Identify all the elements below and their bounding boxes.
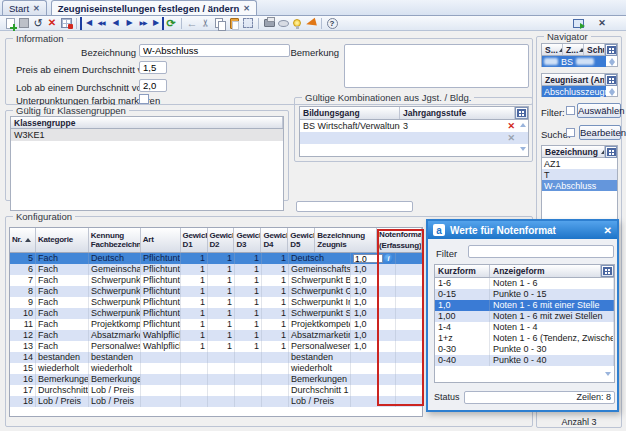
notenformat-cell[interactable] [351,396,396,407]
unlabeled-field[interactable] [296,201,413,212]
notenformat-cell[interactable]: 1,0 [351,264,396,275]
schule-column-header[interactable]: Schule [584,44,605,55]
nav-prev-icon[interactable]: ◀ [108,17,122,30]
bezeichnung-zeugnis-column-header[interactable]: BezeichnungZeugnis [315,228,377,252]
kennung-column-header[interactable]: KennungFachbezeichnung [89,228,141,252]
popup-filter-input[interactable] [468,245,614,258]
table-row[interactable]: 12 Fach Absatzmarketi... Wahlpflich... 1… [10,330,422,341]
table-row[interactable]: 18 Lob / Preis Lob / Preis Lob / Preis [10,396,422,407]
table-row[interactable]: 10 Fach Schwerpunkt ... Pflichtunt 1 1 1… [10,308,422,319]
delete-row-icon[interactable]: ✕ [505,121,517,131]
unterpunktungen-checkbox[interactable] [139,94,149,104]
kurzform-column-header[interactable]: Kurzform [435,265,490,277]
scroll-down-control[interactable] [517,144,528,156]
save-icon[interactable] [17,17,31,30]
notenformat-value[interactable]: 1,0 [353,264,368,275]
close-pane-icon[interactable]: ✕ [595,17,609,30]
notenformat-row[interactable]: 1,00 Noten 1 - 6 mit zwei Stellen [435,311,614,322]
notenformat-column-header[interactable]: Notenformat(Erfassung) [377,228,422,252]
notenformat-value[interactable]: 1,0 [353,319,368,330]
bezeichnung-row[interactable]: T [542,169,617,180]
dialog-close-icon[interactable]: ✕ [604,225,612,236]
notenformat-cell[interactable]: 1,0 [351,275,396,286]
table-row[interactable]: 5 Fach Deutsch Pflichtunt 1 1 1 1 Deutsc… [10,253,422,264]
notenformat-row[interactable]: 1,0 Noten 1 - 6 mit einer Stelle [435,300,614,311]
notenformat-cell[interactable]: 1,0 [351,330,396,341]
notenformat-cell[interactable] [351,374,396,385]
notenformat-row[interactable]: 0-15 Punkte 0 - 15 [435,289,614,300]
megaphone-icon[interactable] [304,17,318,30]
table-settings-button[interactable] [601,265,614,277]
kombination-empty-row[interactable]: ✕ [300,132,528,144]
bemerkung-textarea[interactable] [344,44,529,88]
notenformat-value[interactable]: 1,0 [353,254,383,263]
notenformat-value[interactable]: 1,0 [353,286,368,297]
notenformat-row[interactable]: 0-40 Punkte 0 - 40 [435,355,614,366]
lob-input[interactable] [139,79,167,92]
refresh-icon[interactable]: ⟳ [164,17,178,30]
notenformat-cell[interactable]: 1,0 [351,297,396,308]
info-icon[interactable]: i [384,254,393,263]
bildungsgang-column-header[interactable]: Bildungsgang [300,107,400,119]
tab-zeugniseinstellungen[interactable]: Zeugniseinstellungen festlegen / ändern … [51,0,257,15]
nav-last-icon[interactable]: ▶ [150,17,164,30]
bezeichnung-row[interactable]: AZ1 [542,158,617,169]
notenformat-cell[interactable]: 1,0 [351,341,396,352]
filter-checkbox[interactable] [566,106,575,115]
table-row[interactable]: 8 Fach Schwerpunkt ... Pflichtunt 1 1 1 … [10,286,422,297]
notenformat-row[interactable]: 0-30 Punkte 0 - 30 [435,344,614,355]
tab-close-icon[interactable]: ✕ [243,4,250,13]
tab-start[interactable]: Start ✕ [2,0,47,15]
detach-window-icon[interactable] [571,17,585,30]
table-row[interactable]: 15 wiederholt wiederholt wiederholt [10,363,422,374]
new-record-icon[interactable] [3,17,17,30]
table-row[interactable]: 11 Fach Projektkompet... Pflichtunt 1 1 … [10,319,422,330]
select-range-icon[interactable] [241,17,255,30]
nav-next-icon[interactable]: ▶ [122,17,136,30]
table-settings-button[interactable] [515,107,528,119]
notenformat-cell[interactable]: 1,0 [351,308,396,319]
gewicht-d3-column-header[interactable]: GewichtD3 [234,228,261,252]
school-sort2-column-header[interactable]: Z...2 [563,44,584,55]
notenformat-value[interactable]: 1,0 [353,275,368,286]
preis-input[interactable] [139,61,167,74]
table-row[interactable]: 9 Fach Schwerpunkt I... Pflichtunt 1 1 1… [10,297,422,308]
bezeichnung-row[interactable]: W-Abschluss [542,180,617,191]
gewicht-d5-column-header[interactable]: GewichtD5 [288,228,315,252]
notenformat-value[interactable]: 1,0 [353,341,368,352]
nav-fast-next-icon[interactable]: ▶▶ [136,17,150,30]
notenformat-cell[interactable] [351,363,396,374]
table-row[interactable]: 17 Durchschnitt 1 Lob / Preis Durchschni… [10,385,422,396]
table-settings-button[interactable] [605,74,617,86]
zeugnisart-row[interactable]: Abschlusszeugnis [542,86,606,97]
list-scrollbar[interactable] [602,370,613,380]
hint-bulb-icon[interactable] [290,17,304,30]
back-arrow-icon[interactable]: ← [185,17,199,30]
delete-record-icon[interactable]: ✕ [45,17,59,30]
gewicht-d1-column-header[interactable]: GewichtD1 [181,228,208,252]
suche-checkbox[interactable] [566,128,575,137]
kombination-row[interactable]: BS Wirtschaft/Verwaltung 3 ✕ [300,120,528,132]
help-icon[interactable]: ? [325,17,339,30]
art-column-header[interactable]: Art [141,228,181,252]
gewicht-d2-column-header[interactable]: GewichtD2 [208,228,235,252]
nav-fast-prev-icon[interactable]: ◀◀ [94,17,108,30]
klassengruppe-row[interactable]: W3KE1 [11,129,283,141]
dialog-titlebar[interactable]: a Werte für Notenformat ✕ [428,221,617,239]
copy-icon[interactable] [213,17,227,30]
notenformat-row[interactable]: 1-4 Noten 1 - 4 [435,322,614,333]
bezeichnung-column-header[interactable]: Bezeichnung [542,146,605,157]
cut-icon[interactable]: ✂ [199,17,213,30]
print-icon[interactable] [262,17,276,30]
notenformat-cell[interactable]: 1,0 [351,286,396,297]
notenformat-cell[interactable]: 1,0 [351,319,396,330]
table-row[interactable]: 16 Bemerkungen Bemerkungen Bemerkungen [10,374,422,385]
kategorie-column-header[interactable]: Kategorie [36,228,89,252]
notenformat-cell[interactable] [351,352,396,363]
jahrgangsstufe-column-header[interactable]: Jahrgangsstufe [400,107,515,119]
bearbeiten-button[interactable]: Bearbeiten [579,125,621,140]
scroll-up-control[interactable] [517,120,528,132]
nav-first-icon[interactable]: ◀ [80,17,94,30]
list-scrollbar[interactable] [606,86,617,98]
notenformat-cell[interactable]: 1,0 i [351,253,396,264]
